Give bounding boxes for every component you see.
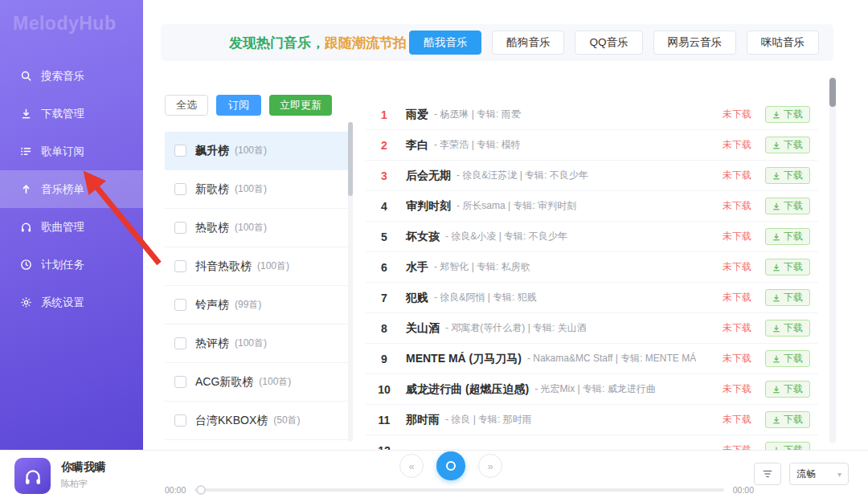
source-tab-netease[interactable]: 网易云音乐 [653, 31, 737, 55]
sidebar-item-system-settings[interactable]: 系统设置 [0, 284, 143, 321]
select-all-button[interactable]: 全选 [165, 95, 208, 116]
app-window: MelodyHub 搜索音乐 下载管理 歌单订阅 [0, 0, 868, 502]
chart-list: 飙升榜 (100首) 新歌榜 (100首) 热歌榜 (100首) 抖音热歌榜 (… [165, 132, 353, 440]
next-icon: » [487, 460, 493, 472]
now-playing-title: 你瞒我瞒 [61, 460, 106, 475]
download-button[interactable]: 下载 [765, 381, 810, 398]
song-title: 那时雨 [406, 413, 440, 427]
song-rank: 10 [374, 383, 395, 396]
song-status: 未下载 [723, 230, 751, 243]
scrollbar-thumb[interactable] [348, 122, 353, 196]
chart-count: (100首) [259, 375, 291, 389]
song-row: 3 后会无期 - 徐良&汪苏泷 | 专辑: 不良少年 未下载 下载 [366, 161, 818, 191]
song-status: 未下载 [723, 199, 751, 213]
play-mode-button[interactable] [754, 463, 781, 485]
sidebar-item-search-music[interactable]: 搜索音乐 [0, 57, 143, 95]
download-button[interactable]: 下载 [765, 442, 810, 450]
checkbox[interactable] [174, 414, 186, 426]
chart-name: 铃声榜 [195, 298, 229, 312]
song-row: 12 未下载 下载 [366, 435, 818, 450]
chart-row[interactable]: 飙升榜 (100首) [165, 132, 353, 170]
sidebar-item-label: 音乐榜单 [41, 182, 84, 197]
checkbox[interactable] [174, 299, 186, 311]
download-button[interactable]: 下载 [765, 411, 810, 428]
checkbox[interactable] [174, 222, 186, 234]
quality-select[interactable]: 流畅 ▾ [789, 463, 849, 485]
player-bar: 你瞒我瞒 陈柏宇 « » 00:00 00:00 流畅 ▾ [0, 450, 868, 502]
chart-row[interactable]: 热歌榜 (100首) [165, 209, 353, 247]
song-row: 9 MENTE MÁ (刀马刀马) - Nakama&MC Staff | 专辑… [366, 344, 818, 374]
song-row: 5 坏女孩 - 徐良&小凌 | 专辑: 不良少年 未下载 下载 [366, 222, 818, 252]
chart-name: 热歌榜 [195, 221, 229, 235]
download-button[interactable]: 下载 [765, 320, 810, 337]
download-button[interactable]: 下载 [765, 198, 810, 214]
download-button[interactable]: 下载 [765, 289, 810, 306]
song-title: MENTE MÁ (刀马刀马) [406, 352, 522, 366]
song-rank: 5 [374, 231, 395, 243]
chart-row[interactable]: 铃声榜 (99首) [165, 286, 353, 324]
sidebar-item-download-manager[interactable]: 下载管理 [0, 95, 143, 133]
sidebar: MelodyHub 搜索音乐 下载管理 歌单订阅 [0, 0, 143, 450]
song-list-scrollbar[interactable] [829, 76, 836, 443]
checkbox[interactable] [174, 260, 186, 272]
source-tab-kuwo[interactable]: 酷我音乐 [409, 31, 481, 55]
song-title: 威龙进行曲 (超燃压迫感) [406, 382, 529, 397]
subscribe-button[interactable]: 订阅 [216, 95, 261, 116]
chart-row[interactable]: 台湾KKBOX榜 (50首) [165, 402, 353, 440]
checkbox[interactable] [174, 376, 186, 388]
sidebar-item-label: 歌曲管理 [41, 220, 84, 235]
song-rank: 8 [374, 322, 395, 335]
song-status: 未下载 [723, 443, 751, 450]
current-time: 00:00 [165, 485, 186, 495]
chart-row[interactable]: 新歌榜 (100首) [165, 170, 353, 209]
main-content: 发现热门音乐，跟随潮流节拍 酷我音乐 酷狗音乐 QQ音乐 网易云音乐 咪咕音乐 … [143, 0, 868, 450]
download-icon [19, 108, 32, 120]
source-tab-qq[interactable]: QQ音乐 [575, 31, 642, 55]
song-status: 未下载 [723, 352, 751, 365]
player-right-controls: 流畅 ▾ [754, 463, 849, 485]
headphones-icon [23, 467, 43, 486]
song-title: 雨爱 [406, 108, 428, 122]
chart-name: 飙升榜 [195, 144, 229, 158]
chart-row[interactable]: 热评榜 (100首) [165, 324, 353, 363]
checkbox[interactable] [174, 145, 186, 157]
update-now-button[interactable]: 立即更新 [269, 95, 332, 116]
download-button[interactable]: 下载 [765, 106, 810, 123]
source-tab-migu[interactable]: 咪咕音乐 [747, 31, 819, 55]
chart-count: (100首) [257, 259, 289, 273]
next-button[interactable]: » [478, 454, 502, 478]
previous-icon: « [408, 460, 414, 472]
chart-arrow-up-icon [19, 183, 32, 196]
checkbox[interactable] [174, 337, 186, 349]
sidebar-item-song-manager[interactable]: 歌曲管理 [0, 208, 143, 246]
download-button[interactable]: 下载 [765, 167, 810, 184]
scrollbar-thumb[interactable] [829, 78, 836, 107]
song-rank: 3 [374, 169, 395, 182]
chart-row[interactable]: ACG新歌榜 (100首) [165, 363, 353, 402]
source-tab-kugou[interactable]: 酷狗音乐 [492, 31, 564, 55]
checkbox[interactable] [174, 183, 186, 195]
song-rank: 4 [374, 200, 395, 213]
song-title: 水手 [406, 260, 428, 275]
chart-row[interactable]: 抖音热歌榜 (100首) [165, 247, 353, 286]
sidebar-item-playlist-subscribe[interactable]: 歌单订阅 [0, 133, 143, 170]
download-button[interactable]: 下载 [765, 259, 810, 275]
song-subtitle: - 李荣浩 | 专辑: 模特 [434, 138, 521, 152]
headphones-icon [19, 221, 32, 234]
chart-list-scrollbar[interactable] [348, 122, 353, 442]
song-subtitle: - 所长sama | 专辑: 审判时刻 [457, 199, 576, 213]
song-subtitle: - 杨丞琳 | 专辑: 雨爱 [434, 108, 521, 121]
download-button[interactable]: 下载 [765, 137, 810, 153]
progress-handle[interactable] [196, 485, 206, 495]
song-row: 8 关山酒 - 邓寓君(等什么君) | 专辑: 关山酒 未下载 下载 [366, 313, 818, 344]
sidebar-item-music-charts[interactable]: 音乐榜单 [0, 170, 143, 208]
download-button[interactable]: 下载 [765, 228, 810, 245]
chart-count: (50首) [273, 414, 300, 427]
play-button[interactable] [436, 451, 465, 480]
song-title: 后会无期 [406, 169, 451, 183]
previous-button[interactable]: « [399, 454, 424, 478]
song-title: 犯贱 [406, 291, 428, 305]
download-button[interactable]: 下载 [765, 350, 810, 367]
sidebar-item-scheduled-tasks[interactable]: 计划任务 [0, 246, 143, 284]
progress-bar[interactable] [194, 488, 723, 492]
